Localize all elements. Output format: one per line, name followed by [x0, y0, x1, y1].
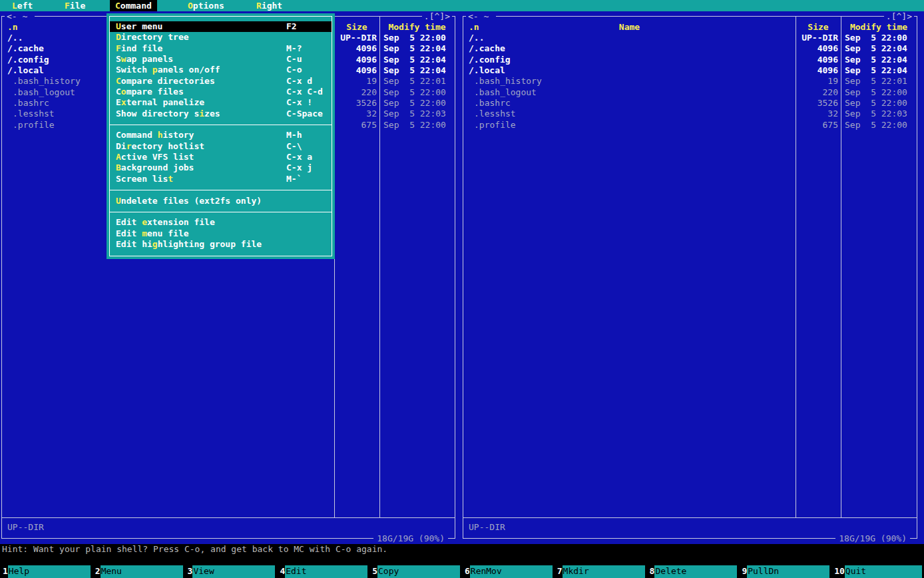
fkey-button-delete[interactable]: 8Delete	[647, 565, 740, 578]
file-row-lesshst[interactable]: .lesshst32Sep 5 22:03	[463, 109, 917, 119]
mini-status-separator	[2, 517, 455, 518]
menubar-item-right[interactable]: Right	[251, 0, 288, 11]
menu-shortcut: C-x j	[286, 162, 312, 173]
column-header-name[interactable]: Name	[463, 22, 796, 33]
menu-shortcut: M-`	[286, 174, 302, 184]
file-row-[interactable]: /..UP--DIRSep 5 22:00	[463, 33, 917, 43]
fkey-button-view[interactable]: 3View	[185, 565, 278, 578]
menu-item-active-vfs-list[interactable]: Active VFS listC-x a	[110, 152, 332, 162]
label-part: g	[152, 239, 158, 249]
file-size: 4096	[796, 65, 838, 76]
label-part: e	[142, 217, 147, 227]
menu-shortcut: C-x d	[286, 76, 312, 87]
file-row-bash-history[interactable]: .bash_history19Sep 5 22:01	[463, 76, 917, 87]
menu-item-directory-hotlist[interactable]: Directory hotlistC-\	[110, 141, 332, 152]
menu-item-background-jobs[interactable]: Background jobsC-x j	[110, 162, 332, 173]
panel-path-right[interactable]: <- ~	[466, 11, 496, 22]
menubar-item-command[interactable]: Command	[110, 0, 157, 11]
file-name: .profile	[13, 120, 55, 131]
file-mtime: Sep 5 22:00	[845, 120, 907, 131]
file-mtime: Sep 5 22:04	[845, 43, 907, 54]
menu-item-external-panelize[interactable]: External panelizeC-x !	[110, 97, 332, 108]
label-part: C	[116, 87, 121, 97]
file-name: .bash_logout	[474, 87, 537, 98]
file-mtime: Sep 5 22:04	[845, 55, 907, 65]
column-header-mtime[interactable]: Modify time	[379, 22, 455, 33]
file-name: /.config	[469, 55, 511, 65]
column-header-mtime[interactable]: Modify time	[841, 22, 917, 33]
fkey-button-copy[interactable]: 5Copy	[369, 565, 462, 578]
fkey-label: Quit	[845, 565, 922, 578]
shell-prompt[interactable]: midnight@commander:~$	[0, 555, 924, 565]
menu-item-show-directory-sizes[interactable]: Show directory sizesC-Space	[110, 109, 332, 119]
file-mtime: Sep 5 22:00	[845, 33, 907, 43]
file-mtime: Sep 5 22:00	[383, 120, 446, 131]
column-header-size[interactable]: Size	[796, 22, 841, 33]
label-part: ile	[70, 1, 85, 11]
fkey-button-edit[interactable]: 4Edit	[277, 565, 369, 578]
fkey-label: RenMov	[470, 565, 553, 578]
menubar-item-file[interactable]: File	[59, 0, 91, 11]
file-name: .bash_history	[474, 76, 542, 87]
column-separator	[379, 17, 380, 517]
menu-item-switch-panels-on-off[interactable]: Switch panels on/offC-o	[110, 65, 332, 75]
menu-shortcut: F2	[286, 21, 297, 32]
fkey-button-menu[interactable]: 2Menu	[93, 565, 185, 578]
mini-status: UP--DIR	[469, 522, 505, 533]
menubar-item-left[interactable]: Left	[7, 0, 38, 11]
menu-item-find-file[interactable]: Find fileM-?	[110, 43, 332, 54]
file-mtime: Sep 5 22:03	[845, 109, 907, 119]
panel-path-left[interactable]: <- ~	[5, 11, 35, 22]
label-part: A	[116, 152, 121, 162]
file-size: 675	[796, 120, 838, 131]
file-row-bashrc[interactable]: .bashrc3526Sep 5 22:00	[463, 98, 917, 109]
label-part: ectory hotlist	[131, 141, 204, 151]
panel-corner-buttons-left[interactable]: .[^]>	[422, 11, 452, 22]
file-name: /.cache	[469, 43, 505, 54]
file-name: .bashrc	[474, 98, 511, 109]
panel-column-headers: .n Name Size Modify time	[463, 22, 917, 33]
file-row-bash-logout[interactable]: .bash_logout220Sep 5 22:00	[463, 87, 917, 98]
fkey-label: Mkdir	[563, 565, 645, 578]
file-row-profile[interactable]: .profile675Sep 5 22:00	[463, 120, 917, 131]
column-header-size[interactable]: Size	[334, 22, 379, 33]
fkey-label: Menu	[101, 565, 183, 578]
file-panel-right: <- ~ .[^]> .n Name Size Modify time /..U…	[463, 16, 917, 539]
file-mtime: Sep 5 22:00	[845, 98, 907, 109]
file-row-cache[interactable]: /.cache4096Sep 5 22:04	[463, 43, 917, 54]
file-row-local[interactable]: /.local4096Sep 5 22:04	[463, 65, 917, 76]
fkey-button-help[interactable]: 1Help	[0, 565, 93, 578]
menu-item-user-menu[interactable]: User menuF2	[110, 21, 332, 32]
file-row-config[interactable]: /.config4096Sep 5 22:04	[463, 55, 917, 65]
mini-status-separator	[463, 517, 917, 518]
fkey-number: 7	[555, 565, 563, 578]
menubar-item-options[interactable]: Options	[182, 0, 230, 11]
menu-item-compare-directories[interactable]: Compare directoriesC-x d	[110, 76, 332, 87]
menu-item-edit-highlighting-group-file[interactable]: Edit highlighting group file	[110, 239, 332, 250]
label-part: xtension file	[147, 217, 215, 227]
file-size: 4096	[796, 43, 838, 54]
menu-item-swap-panels[interactable]: Swap panelsC-u	[110, 54, 332, 65]
file-name: .bashrc	[13, 98, 49, 109]
menu-item-edit-menu-file[interactable]: Edit menu file	[110, 228, 332, 239]
menu-item-directory-tree[interactable]: Directory tree	[110, 32, 332, 43]
fkey-button-mkdir[interactable]: 7Mkdir	[555, 565, 647, 578]
fkey-label: View	[192, 565, 275, 578]
fkey-button-pulldn[interactable]: 9PullDn	[739, 565, 831, 578]
label-part: U	[116, 21, 121, 31]
menu-item-edit-extension-file[interactable]: Edit extension file	[110, 217, 332, 228]
panel-corner-buttons-right[interactable]: .[^]>	[884, 11, 914, 22]
label-part: eft	[17, 1, 33, 11]
menu-item-undelete-files-ext2fs-only[interactable]: Undelete files (ext2fs only)	[110, 196, 332, 206]
label-part: F	[116, 43, 121, 53]
file-name: /.cache	[7, 43, 44, 54]
fkey-button-renmov[interactable]: 6RenMov	[462, 565, 555, 578]
function-key-bar: 1Help2Menu3View4Edit5Copy6RenMov7Mkdir8D…	[0, 565, 924, 578]
menu-item-command-history[interactable]: Command historyM-h	[110, 130, 332, 141]
menu-item-screen-list[interactable]: Screen listM-`	[110, 174, 332, 184]
label-part: Show directory s	[116, 109, 199, 119]
fkey-button-quit[interactable]: 10Quit	[831, 565, 924, 578]
file-mtime: Sep 5 22:03	[383, 109, 446, 119]
menu-item-compare-files[interactable]: Compare filesC-x C-d	[110, 87, 332, 97]
file-mtime: Sep 5 22:01	[845, 76, 907, 87]
